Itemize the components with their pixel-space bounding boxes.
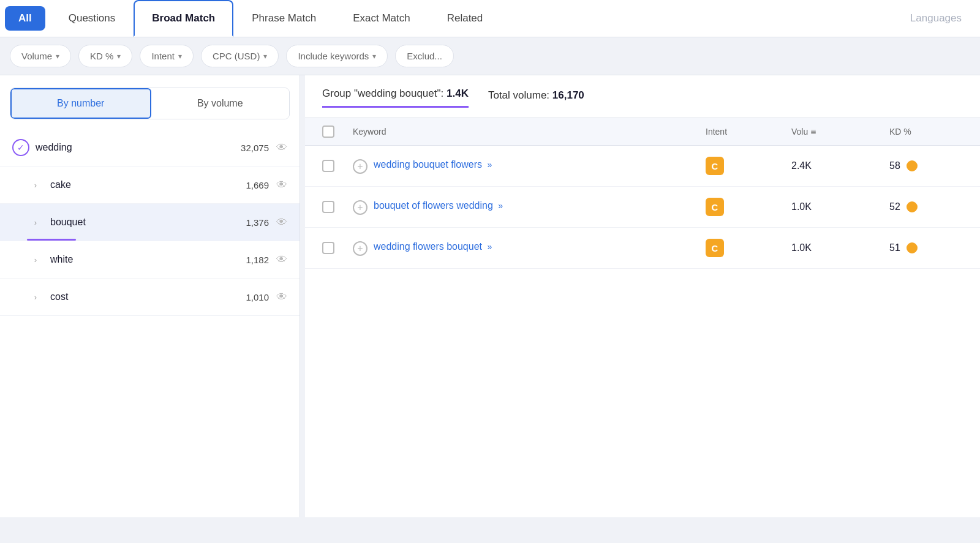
intent-cell: C [706, 157, 791, 175]
right-panel: Group "wedding bouquet": 1.4K Total volu… [305, 75, 980, 517]
row-checkbox[interactable] [322, 201, 353, 213]
col-header-keyword: Keyword [353, 127, 706, 137]
chevron-down-icon: ▾ [178, 52, 182, 61]
keyword-cell: + wedding flowers bouquet » [353, 240, 706, 256]
add-keyword-icon[interactable]: + [353, 159, 368, 174]
intent-badge: C [706, 239, 724, 257]
tree-item-cake[interactable]: › cake 1,669 👁 [0, 167, 300, 204]
keyword-cell: + bouquet of flowers wedding » [353, 199, 706, 215]
keyword-arrow-icon: » [487, 160, 492, 170]
filter-bar: Volume ▾ KD % ▾ Intent ▾ CPC (USD) ▾ Inc… [0, 37, 980, 75]
eye-icon-wedding[interactable]: 👁 [276, 141, 287, 154]
expand-arrow-icon-white: › [27, 251, 44, 268]
tab-all[interactable]: All [5, 6, 45, 31]
kd-dot [907, 160, 918, 171]
intent-cell: C [706, 239, 791, 257]
row-checkbox[interactable] [322, 160, 353, 172]
eye-icon-white[interactable]: 👁 [276, 253, 287, 266]
view-toggle: By number By volume [10, 88, 290, 119]
intent-badge: C [706, 157, 724, 175]
tree-item-wedding[interactable]: ✓ wedding 32,075 👁 [0, 129, 300, 167]
tree-label-wedding: wedding [36, 142, 241, 153]
tree-item-bouquet[interactable]: › bouquet 1,376 👁 [0, 204, 300, 241]
keyword-text: wedding bouquet flowers » [374, 158, 492, 171]
tabs-bar: All Questions Broad Match Phrase Match E… [0, 0, 980, 37]
col-header-checkbox [322, 125, 353, 138]
expand-arrow-icon-cake: › [27, 176, 44, 193]
filter-intent[interactable]: Intent ▾ [140, 45, 194, 67]
filter-include-keywords[interactable]: Include keywords ▾ [286, 45, 388, 67]
keyword-table: Keyword Intent Volu ≣ KD % + wedding bou… [305, 118, 980, 517]
col-header-volume[interactable]: Volu ≣ [791, 127, 889, 137]
chevron-down-icon: ▾ [372, 52, 376, 61]
volume-value: 1.0K [791, 201, 889, 212]
kd-value: 58 [889, 160, 900, 171]
chevron-down-icon: ▾ [56, 52, 59, 61]
group-title: Group "wedding bouquet": 1.4K [322, 88, 469, 108]
select-all-checkbox[interactable] [322, 125, 334, 138]
tree-count-cost: 1,010 [246, 292, 269, 302]
keyword-text: wedding flowers bouquet » [374, 240, 492, 253]
bouquet-underline [27, 239, 76, 241]
table-row[interactable]: + bouquet of flowers wedding » C 1.0K 52 [305, 187, 980, 228]
row-checkbox[interactable] [322, 242, 353, 254]
filter-kd[interactable]: KD % ▾ [78, 45, 132, 67]
total-volume: Total volume: 16,170 [488, 89, 584, 107]
group-header: Group "wedding bouquet": 1.4K Total volu… [305, 75, 980, 108]
kd-value: 52 [889, 201, 900, 212]
kd-cell: 52 [889, 201, 963, 212]
keyword-text: bouquet of flowers wedding » [374, 199, 503, 212]
keyword-arrow-icon: » [498, 201, 503, 211]
tab-languages[interactable]: Languages [892, 0, 980, 37]
tree-item-white[interactable]: › white 1,182 👁 [0, 241, 300, 279]
col-header-kd: KD % [889, 127, 963, 137]
expand-arrow-icon-cost: › [27, 288, 44, 305]
sort-icon: ≣ [810, 127, 816, 136]
volume-value: 2.4K [791, 160, 889, 171]
tree-label-bouquet: bouquet [50, 217, 246, 228]
tree-count-white: 1,182 [246, 255, 269, 265]
kd-cell: 58 [889, 160, 963, 171]
tab-related[interactable]: Related [429, 0, 502, 37]
kd-cell: 51 [889, 242, 963, 253]
by-number-button[interactable]: By number [10, 88, 151, 119]
keyword-arrow-icon: » [487, 242, 492, 252]
tab-phrase-match[interactable]: Phrase Match [233, 0, 334, 37]
tree-list: ✓ wedding 32,075 👁 › cake 1,669 👁 › [0, 129, 300, 517]
tab-broad-match[interactable]: Broad Match [134, 0, 233, 37]
keyword-cell: + wedding bouquet flowers » [353, 158, 706, 174]
kd-dot [907, 242, 918, 253]
filter-exclude-keywords[interactable]: Exclud... [395, 45, 454, 67]
tab-questions[interactable]: Questions [50, 0, 134, 37]
tree-count-wedding: 32,075 [241, 143, 269, 153]
table-row[interactable]: + wedding bouquet flowers » C 2.4K 58 [305, 146, 980, 187]
kd-value: 51 [889, 242, 900, 253]
chevron-down-icon: ▾ [117, 52, 121, 61]
tab-exact-match[interactable]: Exact Match [334, 0, 429, 37]
tree-label-cost: cost [50, 291, 246, 302]
table-row[interactable]: + wedding flowers bouquet » C 1.0K 51 [305, 228, 980, 269]
filter-volume[interactable]: Volume ▾ [10, 45, 71, 67]
col-header-intent: Intent [706, 127, 791, 137]
tree-item-cost[interactable]: › cost 1,010 👁 [0, 279, 300, 316]
eye-icon-bouquet[interactable]: 👁 [276, 216, 287, 229]
filter-cpc[interactable]: CPC (USD) ▾ [201, 45, 279, 67]
tree-label-cake: cake [50, 179, 246, 190]
add-keyword-icon[interactable]: + [353, 200, 368, 215]
expand-arrow-icon-bouquet: › [27, 214, 44, 231]
volume-value: 1.0K [791, 242, 889, 253]
table-header: Keyword Intent Volu ≣ KD % [305, 118, 980, 146]
intent-badge: C [706, 198, 724, 216]
add-keyword-icon[interactable]: + [353, 241, 368, 256]
eye-icon-cake[interactable]: 👁 [276, 179, 287, 192]
kd-dot [907, 201, 918, 212]
intent-cell: C [706, 198, 791, 216]
tree-count-cake: 1,669 [246, 180, 269, 190]
tree-count-bouquet: 1,376 [246, 217, 269, 228]
by-volume-button[interactable]: By volume [151, 88, 290, 119]
main-layout: By number By volume ✓ wedding 32,075 👁 ›… [0, 75, 980, 517]
eye-icon-cost[interactable]: 👁 [276, 291, 287, 304]
expand-circle-icon: ✓ [12, 139, 29, 156]
tree-label-white: white [50, 254, 246, 265]
chevron-down-icon: ▾ [263, 52, 267, 61]
